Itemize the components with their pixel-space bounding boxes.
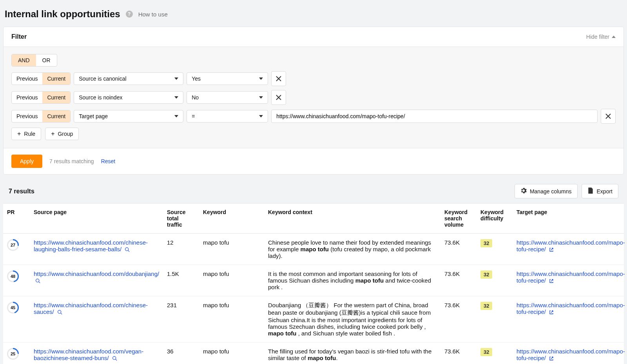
previous-current-toggle[interactable]: Previous Current <box>11 91 71 104</box>
source-page-link[interactable]: https://www.chinasichuanfood.com/vegan-b… <box>34 348 143 361</box>
keyword-context: Chinese people love to name their food b… <box>264 234 440 265</box>
manage-columns-label: Manage columns <box>530 188 572 195</box>
rule-field-value: Source is canonical <box>79 76 126 82</box>
target-page-link[interactable]: https://www.chinasichuanfood.com/mapo-to… <box>516 270 625 284</box>
rule-field-select[interactable]: Target page <box>74 110 183 123</box>
reset-link[interactable]: Reset <box>101 158 116 164</box>
add-rule-label: Rule <box>24 131 35 137</box>
source-page-link[interactable]: https://www.chinasichuanfood.com/doubanj… <box>34 270 159 277</box>
source-page-link[interactable]: https://www.chinasichuanfood.com/chinese… <box>34 239 148 252</box>
col-header-pr[interactable]: PR <box>3 204 30 234</box>
external-link-icon[interactable] <box>549 309 554 316</box>
keyword-difficulty-badge: 32 <box>480 302 492 310</box>
search-volume-value: 73.6K <box>440 265 477 296</box>
previous-option[interactable]: Previous <box>12 92 42 103</box>
keyword-value: mapo tofu <box>199 265 264 296</box>
rule-value-input[interactable] <box>271 110 598 123</box>
remove-rule-button[interactable] <box>271 90 286 105</box>
current-option[interactable]: Current <box>42 92 70 103</box>
filter-rule: Previous Current Source is canonical Yes <box>11 71 616 86</box>
pr-ring: 45 <box>7 302 19 314</box>
add-group-button[interactable]: + Group <box>45 128 79 140</box>
previous-current-toggle[interactable]: Previous Current <box>11 110 71 123</box>
keyword-context: The filling used for today's vegan baozi… <box>264 342 440 364</box>
or-option[interactable]: OR <box>36 54 57 66</box>
col-header-volume[interactable]: Keyword search volume <box>440 204 477 234</box>
keyword-value: mapo tofu <box>199 342 264 364</box>
gear-icon <box>520 187 527 195</box>
search-volume-value: 73.6K <box>440 296 477 342</box>
col-header-target[interactable]: Target page <box>513 204 624 234</box>
col-header-difficulty[interactable]: Keyword difficulty <box>477 204 513 234</box>
how-to-use-link[interactable]: How to use <box>138 11 168 18</box>
export-button[interactable]: Export <box>582 184 618 198</box>
previous-option[interactable]: Previous <box>12 110 42 122</box>
help-icon[interactable]: ? <box>126 11 133 18</box>
remove-rule-button[interactable] <box>271 71 286 86</box>
filter-panel: Filter Hide filter AND OR Previous Curre… <box>3 27 624 175</box>
traffic-value: 12 <box>163 234 199 265</box>
hide-filter-toggle[interactable]: Hide filter <box>586 34 616 40</box>
plus-icon: + <box>51 131 54 137</box>
keyword-difficulty-badge: 32 <box>480 270 492 279</box>
pr-value: 27 <box>8 240 18 250</box>
add-rule-button[interactable]: + Rule <box>11 128 41 140</box>
external-link-icon[interactable] <box>549 278 554 285</box>
col-header-source[interactable]: Source page <box>30 204 163 234</box>
chevron-down-icon <box>259 96 263 99</box>
source-page-link[interactable]: https://www.chinasichuanfood.com/chinese… <box>34 302 148 315</box>
filter-rule: Previous Current Target page = <box>11 109 616 124</box>
target-page-link[interactable]: https://www.chinasichuanfood.com/mapo-to… <box>516 302 625 315</box>
results-matching-text: 7 results matching <box>49 158 94 164</box>
search-icon[interactable] <box>112 355 117 362</box>
svg-point-1 <box>36 279 39 282</box>
traffic-value: 1.5K <box>163 265 199 296</box>
rule-operator-select[interactable]: No <box>187 91 268 104</box>
and-option[interactable]: AND <box>12 54 36 66</box>
pr-value: 25 <box>8 349 18 359</box>
rule-operator-select[interactable]: = <box>187 110 268 123</box>
pr-ring: 27 <box>7 239 19 251</box>
col-header-keyword[interactable]: Keyword <box>199 204 264 234</box>
search-icon[interactable] <box>125 247 130 253</box>
svg-point-2 <box>58 310 61 313</box>
chevron-down-icon <box>174 96 178 99</box>
remove-rule-button[interactable] <box>601 109 616 124</box>
traffic-value: 231 <box>163 296 199 342</box>
rule-field-select[interactable]: Source is noindex <box>74 91 183 104</box>
rule-field-select[interactable]: Source is canonical <box>74 72 183 85</box>
search-icon[interactable] <box>57 309 62 316</box>
and-or-toggle[interactable]: AND OR <box>11 54 57 67</box>
page-title: Internal link opportunities <box>5 9 120 20</box>
external-link-icon[interactable] <box>549 355 554 362</box>
col-header-context[interactable]: Keyword context <box>264 204 440 234</box>
current-option[interactable]: Current <box>42 73 70 85</box>
rule-field-value: Source is noindex <box>79 94 122 101</box>
search-icon[interactable] <box>35 278 40 285</box>
pr-ring: 25 <box>7 348 19 360</box>
results-count: 7 results <box>9 188 34 195</box>
previous-current-toggle[interactable]: Previous Current <box>11 72 71 85</box>
rule-operator-value: Yes <box>192 76 201 82</box>
svg-point-0 <box>125 247 129 250</box>
apply-button[interactable]: Apply <box>11 155 42 168</box>
previous-option[interactable]: Previous <box>12 73 42 85</box>
keyword-context: It is the most common and important seas… <box>264 265 440 296</box>
keyword-difficulty-badge: 32 <box>480 239 492 247</box>
current-option[interactable]: Current <box>42 110 70 122</box>
chevron-down-icon <box>174 115 178 117</box>
col-header-traffic[interactable]: Source total traffic <box>163 204 199 234</box>
target-page-link[interactable]: https://www.chinasichuanfood.com/mapo-to… <box>516 239 625 252</box>
rule-operator-select[interactable]: Yes <box>187 72 268 85</box>
table-row: 27 https://www.chinasichuanfood.com/chin… <box>3 234 624 265</box>
target-page-link[interactable]: https://www.chinasichuanfood.com/mapo-to… <box>516 348 625 361</box>
filter-rule: Previous Current Source is noindex No <box>11 90 616 105</box>
hide-filter-label: Hide filter <box>586 34 609 40</box>
keyword-value: mapo tofu <box>199 296 264 342</box>
manage-columns-button[interactable]: Manage columns <box>515 184 578 198</box>
chevron-down-icon <box>259 77 263 80</box>
rule-operator-value: = <box>192 113 195 119</box>
plus-icon: + <box>17 131 21 137</box>
external-link-icon[interactable] <box>549 247 554 253</box>
page-header: Internal link opportunities ? How to use <box>0 0 627 27</box>
